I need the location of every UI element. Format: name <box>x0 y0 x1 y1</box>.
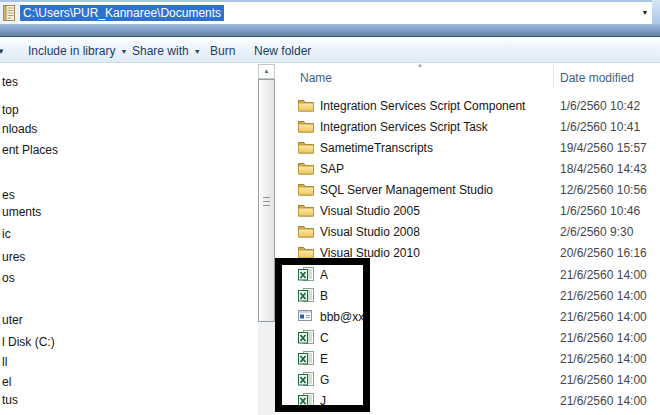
toolbar-item-label: Burn <box>210 44 235 58</box>
folder-icon <box>298 119 314 135</box>
scroll-up-button[interactable]: ▲ <box>258 64 275 79</box>
toolbar-new-folder[interactable]: New folder <box>254 43 311 59</box>
file-date-modified: 21/6/2560 14:00 <box>560 373 647 387</box>
folder-icon <box>298 161 314 177</box>
file-name[interactable]: SametimeTranscripts <box>320 141 433 155</box>
folder-icon <box>298 182 314 198</box>
address-dropdown-button[interactable]: ▼ <box>638 2 652 24</box>
toolbar-item-label: Include in library <box>28 44 115 58</box>
chevron-down-icon: ▼ <box>194 48 201 55</box>
file-date-modified: 21/6/2560 14:00 <box>560 394 647 408</box>
toolbar-include-in-library[interactable]: Include in library▼ <box>28 43 127 59</box>
chevron-down-icon: ▼ <box>120 48 127 55</box>
toolbar-overflow-chevron-icon[interactable]: ▼ <box>0 47 5 56</box>
file-date-modified: 12/6/2560 10:56 <box>560 183 647 197</box>
address-path[interactable]: C:\Users\PUR_Kannaree\Documents <box>20 5 224 21</box>
file-date-modified: 2/6/2560 9:30 <box>560 225 633 239</box>
file-date-modified: 20/6/2560 16:16 <box>560 246 647 260</box>
scroll-up-arrow-icon: ▲ <box>264 68 270 74</box>
file-row[interactable]: SQL Server Management Studio12/6/2560 10… <box>0 181 660 201</box>
file-name[interactable]: Integration Services Script Component <box>320 99 525 113</box>
toolbar-burn[interactable]: Burn <box>210 43 235 59</box>
file-date-modified: 1/6/2560 10:42 <box>560 99 640 113</box>
file-date-modified: 21/6/2560 14:00 <box>560 268 647 282</box>
address-bar[interactable]: C:\Users\PUR_Kannaree\Documents <box>19 2 638 24</box>
documents-icon <box>2 5 17 26</box>
file-name[interactable]: Visual Studio 2008 <box>320 225 420 239</box>
sidebar-item[interactable]: tes <box>2 74 18 90</box>
toolbar-share-with[interactable]: Share with▼ <box>132 43 201 59</box>
folder-icon <box>298 224 314 240</box>
column-header-date-modified[interactable]: Date modified <box>560 71 634 85</box>
command-toolbar: ▼ Include in library▼Share with▼BurnNew … <box>0 37 660 63</box>
file-row[interactable]: Visual Studio 20082/6/2560 9:30 <box>0 223 660 243</box>
file-row[interactable]: Visual Studio 20051/6/2560 10:46 <box>0 202 660 222</box>
file-date-modified: 21/6/2560 14:00 <box>560 331 647 345</box>
file-date-modified: 19/4/2560 15:57 <box>560 141 647 155</box>
file-name[interactable]: SQL Server Management Studio <box>320 183 493 197</box>
file-date-modified: 1/6/2560 10:41 <box>560 120 640 134</box>
window-frame-right <box>652 0 660 24</box>
column-resize-handle[interactable] <box>553 64 554 87</box>
explorer-window: C:\Users\PUR_Kannaree\Documents ▼ ▼ Incl… <box>0 0 660 415</box>
toolbar-item-label: New folder <box>254 44 311 58</box>
file-date-modified: 21/6/2560 14:00 <box>560 352 647 366</box>
folder-icon <box>298 98 314 114</box>
file-date-modified: 18/4/2560 14:43 <box>560 162 647 176</box>
file-date-modified: 21/6/2560 14:00 <box>560 289 647 303</box>
aero-band <box>0 24 660 37</box>
file-date-modified: 21/6/2560 14:00 <box>560 310 647 324</box>
file-row[interactable]: Integration Services Script Task1/6/2560… <box>0 118 660 138</box>
file-row[interactable]: SAP18/4/2560 14:43 <box>0 160 660 180</box>
sort-ascending-icon: ▲ <box>417 62 423 68</box>
toolbar-item-label: Share with <box>132 44 189 58</box>
annotation-rectangle <box>275 258 370 412</box>
column-header-name[interactable]: Name <box>300 71 332 85</box>
folder-icon <box>298 140 314 156</box>
file-date-modified: 1/6/2560 10:46 <box>560 204 640 218</box>
file-name[interactable]: Integration Services Script Task <box>320 120 488 134</box>
chevron-down-icon: ▼ <box>642 9 649 16</box>
file-name[interactable]: Visual Studio 2005 <box>320 204 420 218</box>
file-row[interactable]: Integration Services Script Component1/6… <box>0 97 660 117</box>
folder-icon <box>298 203 314 219</box>
file-row[interactable]: SametimeTranscripts19/4/2560 15:57 <box>0 139 660 159</box>
file-name[interactable]: SAP <box>320 162 344 176</box>
address-icon-area <box>0 2 19 24</box>
